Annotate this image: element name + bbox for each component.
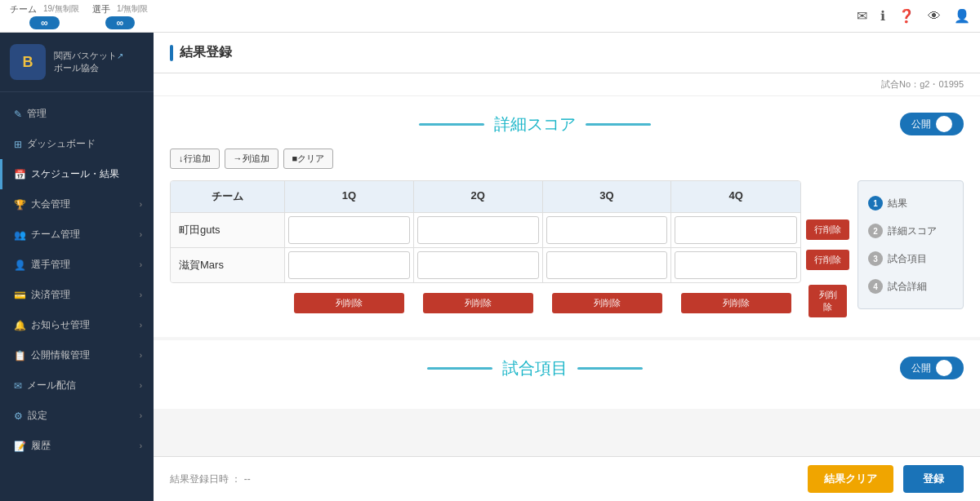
mail-icon[interactable]: ✉ bbox=[857, 8, 867, 24]
sidebar-item-history[interactable]: 📝 履歴 › bbox=[0, 431, 154, 461]
score-cell-r2c2 bbox=[414, 248, 543, 282]
col-header-3q: 3Q bbox=[543, 181, 672, 213]
add-row-button[interactable]: ↓行追加 bbox=[170, 149, 220, 169]
col-del-4: 列削除 bbox=[672, 290, 801, 317]
sidebar-item-dashboard[interactable]: ⊞ ダッシュボード bbox=[0, 129, 154, 159]
section-line-left bbox=[419, 123, 484, 126]
del-col-1-button[interactable]: 列削除 bbox=[294, 293, 404, 313]
help-icon[interactable]: ❓ bbox=[898, 8, 915, 24]
score-input-r2c1[interactable] bbox=[288, 251, 410, 279]
detail-score-section: 詳細スコア 公開 ↓行追加 →列追加 ■クリア bbox=[154, 96, 980, 337]
eye-icon[interactable]: 👁 bbox=[928, 9, 941, 24]
schedule-icon: 📅 bbox=[14, 169, 26, 180]
detail-score-toggle[interactable]: 公開 bbox=[900, 113, 964, 135]
kanri-icon: ✎ bbox=[14, 109, 22, 120]
match-section-line-left bbox=[427, 367, 492, 370]
team-tab[interactable]: チーム 19/無制限 ∞ bbox=[10, 3, 79, 29]
page-header-bar bbox=[170, 45, 173, 61]
content-scroll: 試合No：g2・01995 詳細スコア 公開 ↓ bbox=[154, 73, 980, 456]
sidebar-kessai-label: 決済管理 bbox=[31, 288, 70, 302]
sidebar-mail-label: メール配信 bbox=[27, 379, 76, 392]
player-tab[interactable]: 選手 1/無制限 ∞ bbox=[92, 3, 148, 29]
sidebar-item-taikai[interactable]: 🏆 大会管理 › bbox=[0, 189, 154, 219]
del-row-1-wrapper: 行削除 bbox=[806, 215, 849, 245]
info-icon[interactable]: ℹ bbox=[880, 8, 885, 24]
team-tab-badge: ∞ bbox=[29, 16, 60, 29]
sidebar-item-kessai[interactable]: 💳 決済管理 › bbox=[0, 280, 154, 310]
detail-score-title: 詳細スコア bbox=[494, 113, 576, 135]
score-input-r2c2[interactable] bbox=[417, 251, 539, 279]
row-del-col: 行削除 行削除 列削除 bbox=[806, 180, 849, 321]
mail-sidebar-icon: ✉ bbox=[14, 380, 22, 392]
sidebar-item-mail[interactable]: ✉ メール配信 › bbox=[0, 370, 154, 401]
del-col-2-button[interactable]: 列削除 bbox=[423, 293, 533, 313]
step-num-3: 3 bbox=[868, 251, 883, 266]
sidebar-item-team[interactable]: 👥 チーム管理 › bbox=[0, 219, 154, 250]
section-title-row: 詳細スコア 公開 bbox=[170, 113, 964, 135]
right-panel-item-1[interactable]: 1 結果 bbox=[858, 189, 963, 217]
del-row-2-button[interactable]: 行削除 bbox=[806, 250, 849, 270]
sidebar-taikai-label: 大会管理 bbox=[31, 197, 70, 211]
senshu-icon: 👤 bbox=[14, 259, 26, 271]
section-title-inner: 詳細スコア bbox=[170, 113, 900, 135]
sidebar-item-kokai[interactable]: 📋 公開情報管理 › bbox=[0, 340, 154, 370]
content-area: 結果登録 試合No：g2・01995 詳細スコア 公開 bbox=[154, 33, 980, 501]
col-del-spacer bbox=[170, 290, 284, 317]
right-panel-item-4[interactable]: 4 試合詳細 bbox=[858, 273, 963, 300]
score-input-r2c3[interactable] bbox=[546, 251, 668, 279]
score-cell-r2c4 bbox=[671, 248, 800, 282]
score-cell-r2c1 bbox=[285, 248, 414, 282]
del-col-extra-button[interactable]: 列削除 bbox=[808, 285, 848, 317]
team-chevron: › bbox=[140, 230, 142, 239]
register-button[interactable]: 登録 bbox=[903, 465, 964, 493]
top-nav: チーム 19/無制限 ∞ 選手 1/無制限 ∞ ✉ ℹ ❓ 👁 👤 bbox=[0, 0, 980, 33]
score-input-r1c1[interactable] bbox=[288, 216, 410, 244]
score-input-r1c4[interactable] bbox=[675, 216, 797, 244]
section-line-right bbox=[586, 123, 651, 126]
score-cell-r1c1 bbox=[285, 213, 414, 248]
score-table-grid: チーム 1Q 2Q 3Q 4Q 町田guts bbox=[170, 180, 801, 283]
score-input-r2c4[interactable] bbox=[675, 251, 797, 279]
sidebar-nav: ✎ 管理 ⊞ ダッシュボード 📅 スケジュール・結果 🏆 大会管 bbox=[0, 92, 154, 468]
game-ref: 試合No：g2・01995 bbox=[154, 73, 980, 96]
del-row-1-button[interactable]: 行削除 bbox=[806, 219, 849, 240]
user-icon[interactable]: 👤 bbox=[954, 8, 970, 24]
settings-chevron: › bbox=[140, 411, 142, 420]
sidebar-item-settings[interactable]: ⚙ 設定 › bbox=[0, 401, 154, 431]
col-header-4q: 4Q bbox=[671, 181, 800, 213]
del-col-4-button[interactable]: 列削除 bbox=[681, 293, 791, 313]
right-panel-item-3[interactable]: 3 試合項目 bbox=[858, 245, 963, 273]
main-layout: B 関西バスケット↗ボール協会 ✎ 管理 ⊞ ダッシュボード 📅 bbox=[0, 33, 980, 501]
oshirase-chevron: › bbox=[140, 321, 142, 330]
toggle-circle bbox=[936, 116, 952, 132]
sidebar-item-oshirase[interactable]: 🔔 お知らせ管理 › bbox=[0, 310, 154, 340]
team-tab-count: 19/無制限 bbox=[43, 3, 79, 15]
del-col-3-button[interactable]: 列削除 bbox=[552, 293, 662, 313]
team-tab-label: チーム bbox=[10, 3, 37, 16]
del-row-2-wrapper: 行削除 bbox=[806, 245, 849, 275]
history-chevron: › bbox=[140, 441, 142, 450]
score-cell-r1c4 bbox=[671, 213, 800, 248]
step-label-1: 結果 bbox=[888, 197, 907, 211]
sidebar-item-senshu[interactable]: 👤 選手管理 › bbox=[0, 250, 154, 280]
sidebar-kokai-label: 公開情報管理 bbox=[31, 348, 90, 362]
clear-button[interactable]: ■クリア bbox=[283, 149, 334, 169]
score-input-r1c3[interactable] bbox=[546, 216, 668, 244]
sidebar: B 関西バスケット↗ボール協会 ✎ 管理 ⊞ ダッシュボード 📅 bbox=[0, 33, 154, 501]
sidebar-settings-label: 設定 bbox=[28, 409, 47, 423]
match-items-toggle[interactable]: 公開 bbox=[900, 357, 964, 379]
right-panel-item-2[interactable]: 2 詳細スコア bbox=[858, 217, 963, 245]
sidebar-item-schedule[interactable]: 📅 スケジュール・結果 bbox=[0, 159, 154, 189]
match-section-title-inner: 試合項目 bbox=[170, 357, 900, 379]
clear-results-button[interactable]: 結果クリア bbox=[808, 465, 893, 493]
org-name: 関西バスケット↗ボール協会 bbox=[54, 50, 123, 75]
sidebar-item-kanri[interactable]: ✎ 管理 bbox=[0, 99, 154, 129]
col-header-2q: 2Q bbox=[414, 181, 543, 213]
add-col-button[interactable]: →列追加 bbox=[225, 149, 278, 169]
step-num-1: 1 bbox=[868, 196, 883, 211]
sidebar-team-label: チーム管理 bbox=[31, 228, 80, 242]
match-section-line-right bbox=[577, 367, 643, 370]
step-label-4: 試合詳細 bbox=[888, 280, 927, 294]
score-input-r1c2[interactable] bbox=[417, 216, 539, 244]
col-del-row: 列削除 列削除 列削除 列削除 bbox=[170, 290, 801, 317]
